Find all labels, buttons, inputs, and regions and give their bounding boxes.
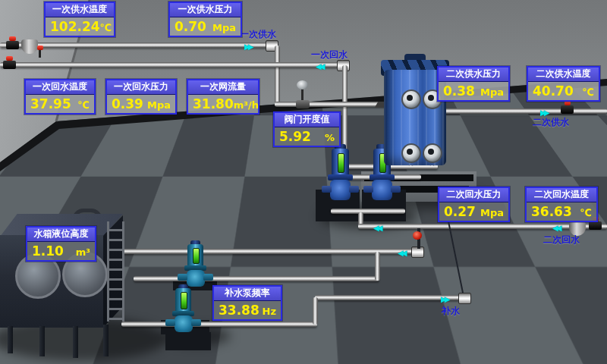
flow-arrows-left-icon: ◀◀: [316, 63, 322, 70]
flow-arrows-left-icon: ◀◀: [552, 224, 559, 231]
gauge-value: 36.63: [531, 205, 572, 219]
pipe-connector: [331, 209, 405, 214]
pipe-tank-line: [112, 249, 419, 254]
hx-port: [401, 143, 421, 163]
gauge-value: 0.39: [112, 97, 143, 111]
pipe-label-primary-return: 一次回水: [311, 49, 348, 61]
pipe-connector: [313, 297, 318, 325]
gauge-value: 33.88: [219, 303, 259, 318]
gauge-unit: ℃: [100, 22, 112, 33]
hx-port: [423, 143, 442, 163]
gauge-label: 二次供水温度: [528, 67, 599, 82]
pipe-flange: [458, 293, 471, 304]
pump-indicator-light: [193, 248, 200, 264]
gauge-label: 二次回水温度: [527, 188, 596, 202]
gauge-value: 0.70: [175, 20, 206, 34]
tank-leg: [73, 326, 78, 358]
gauge-value: 1.10: [32, 244, 64, 259]
gauge-primary-supply-temp: 一次供水温度 102.24℃: [44, 2, 115, 37]
gauge-value: 0.27: [444, 205, 476, 219]
gauge-unit: Mpa: [212, 22, 236, 33]
gauge-label: 一次回水压力: [107, 80, 175, 95]
pipe-secondary-supply: [439, 108, 607, 114]
gauge-unit: %: [325, 132, 335, 143]
gauge-secondary-supply-pressure: 二次供水压力 0.38Mpa: [437, 66, 510, 102]
gauge-label: 二次回水压力: [439, 188, 508, 202]
pipe-label-secondary-return: 二次回水: [543, 234, 580, 246]
gauge-tank-level: 水箱液位高度 1.10m³: [26, 226, 96, 262]
valve-handle: [6, 56, 13, 61]
gauge-primary-flow: 一次网流量 31.80m³/h: [187, 79, 259, 115]
flow-arrows-right-icon: ▶▶: [441, 296, 448, 303]
gauge-secondary-return-temp: 二次回水温度 36.63℃: [525, 187, 598, 222]
flow-arrows-left-icon: ◀◀: [398, 249, 404, 256]
gauge-value: 5.92: [279, 130, 311, 144]
gauge-label: 补水泵频率: [214, 287, 281, 301]
pipe-makeup: [315, 295, 461, 300]
valve-handle: [9, 36, 16, 41]
gauge-value: 40.70: [533, 84, 574, 99]
gauge-unit: ℃: [77, 99, 90, 111]
hx-port: [401, 89, 421, 109]
gauge-label: 二次供水压力: [439, 67, 508, 82]
gauge-secondary-supply-temp: 二次供水温度 40.70℃: [527, 66, 600, 102]
hmi-heating-station-scene: ▶▶ ◀◀ ▶▶ ◀◀ ◀◀ ◀◀ ▶▶: [0, 0, 607, 364]
gauge-unit: Mpa: [480, 86, 504, 98]
makeup-pump-plinth: [165, 332, 211, 350]
gauge-value: 31.80: [193, 97, 234, 111]
gauge-label: 一次回水温度: [26, 80, 94, 95]
pump-indicator-light: [181, 292, 187, 309]
gauge-unit: Hz: [263, 306, 276, 317]
valve-secondary-supply[interactable]: [561, 105, 574, 114]
tank-leg: [8, 326, 13, 353]
gauge-primary-return-pressure: 一次回水压力 0.39Mpa: [105, 79, 177, 115]
flow-arrows-right-icon: ▶▶: [244, 43, 251, 50]
gauge-pump-frequency: 补水泵频率 33.88Hz: [212, 285, 282, 321]
valve-secondary-return[interactable]: [589, 221, 602, 230]
tank-leg: [103, 325, 109, 356]
instrument-red-cap: [37, 46, 43, 50]
gauge-label: 一次供水压力: [170, 3, 241, 17]
gauge-label: 阀门开度值: [275, 113, 339, 127]
pipe-label-makeup: 补水: [442, 305, 460, 318]
gauge-label: 一次供水温度: [46, 3, 114, 17]
gauge-unit: Mpa: [480, 207, 504, 218]
gauge-value: 0.38: [443, 84, 475, 99]
valve-primary-return[interactable]: [3, 61, 16, 69]
gauge-value: 102.24: [50, 20, 100, 34]
gauge-label: 水箱液位高度: [27, 228, 95, 242]
pipe-connector: [375, 252, 380, 281]
gauge-secondary-return-pressure: 二次回水压力 0.27Mpa: [438, 187, 510, 222]
flow-arrows-right-icon: ▶▶: [540, 109, 547, 116]
gauge-value: 37.95: [30, 97, 71, 111]
flow-arrows-left-icon: ◀◀: [373, 224, 380, 231]
pipe-makeup-pump2: [121, 322, 317, 327]
gauge-primary-supply-pressure: 一次供水压力 0.70Mpa: [168, 2, 242, 37]
gauge-label: 一次网流量: [188, 80, 258, 95]
gauge-unit: m³: [76, 246, 90, 258]
gauge-unit: ℃: [582, 86, 594, 98]
gauge-unit: m³/h: [234, 99, 259, 111]
pipe-label-secondary-supply: 二次供水: [533, 116, 569, 129]
valve-makeup-connection[interactable]: [413, 231, 422, 240]
tank-ladder: [107, 221, 124, 322]
tank-leg: [39, 326, 45, 356]
control-valve-actuator[interactable]: [297, 80, 308, 89]
pump-indicator-light: [338, 153, 344, 173]
gauge-unit: ℃: [580, 207, 592, 218]
pipe-primary-return: [0, 62, 341, 67]
gauge-primary-return-temp: 一次回水温度 37.95℃: [24, 79, 96, 115]
valve-primary-supply[interactable]: [6, 41, 19, 49]
control-valve-body[interactable]: [296, 100, 310, 108]
gauge-unit: Mpa: [147, 99, 171, 111]
pipe-connector: [275, 46, 280, 105]
gauge-valve-opening: 阀门开度值 5.92%: [273, 111, 341, 147]
pipe-makeup-pump1: [134, 276, 379, 281]
pipe-label-primary-supply: 一次供水: [240, 28, 276, 41]
